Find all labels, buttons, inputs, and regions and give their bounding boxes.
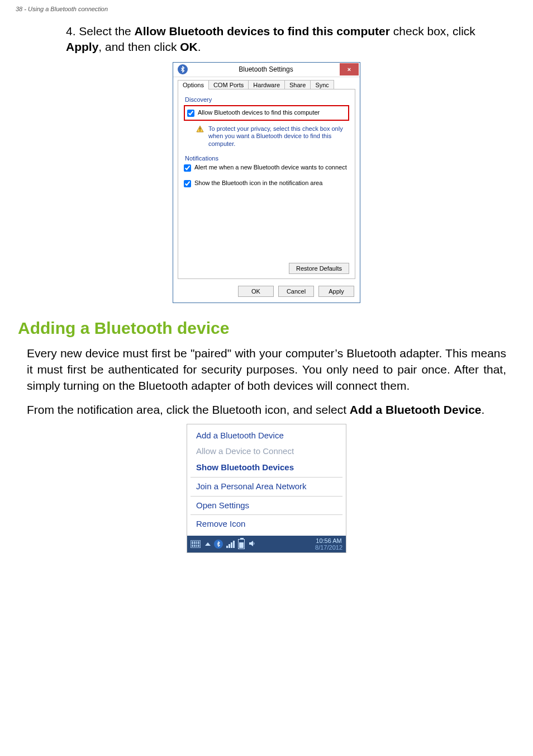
bluetooth-icon bbox=[178, 64, 188, 74]
tray-remove-icon[interactable]: Remove Icon bbox=[187, 516, 346, 532]
allow-find-row[interactable]: Allow Bluetooth devices to find this com… bbox=[187, 109, 346, 117]
section-title: Adding a Bluetooth device bbox=[18, 319, 517, 338]
para2-bold: Add a Bluetooth Device bbox=[350, 403, 482, 416]
alert-connect-checkbox[interactable] bbox=[184, 164, 191, 172]
tray-separator-1 bbox=[191, 477, 342, 478]
allow-find-checkbox[interactable] bbox=[187, 110, 194, 117]
alert-connect-label: Alert me when a new Bluetooth device wan… bbox=[194, 164, 347, 172]
tray-menu: Add a Bluetooth Device Allow a Device to… bbox=[187, 424, 346, 554]
tab-hardware[interactable]: Hardware bbox=[248, 80, 285, 89]
step4-bold1: Allow Bluetooth devices to find this com… bbox=[135, 25, 390, 37]
network-icon[interactable] bbox=[226, 540, 235, 548]
tray-separator-2 bbox=[191, 496, 342, 497]
volume-icon[interactable] bbox=[248, 540, 256, 549]
svg-rect-1 bbox=[199, 130, 200, 131]
tray-show-bt-devices[interactable]: Show Bluetooth Devices bbox=[187, 460, 346, 476]
taskbar: 10:56 AM 8/17/2012 bbox=[187, 536, 346, 552]
step4-bold3: OK bbox=[180, 40, 198, 53]
step4-prefix: 4. Select the bbox=[66, 25, 135, 37]
apply-button[interactable]: Apply bbox=[318, 286, 354, 297]
tab-share[interactable]: Share bbox=[284, 80, 311, 89]
dialog-footer: OK Cancel Apply bbox=[173, 282, 360, 303]
discovery-group-label: Discovery bbox=[185, 96, 349, 103]
restore-defaults-button[interactable]: Restore Defaults bbox=[289, 263, 349, 274]
show-hidden-icons[interactable] bbox=[205, 542, 211, 546]
tray-add-bt-device[interactable]: Add a Bluetooth Device bbox=[187, 428, 346, 444]
dialog-title: Bluetooth Settings bbox=[192, 65, 340, 73]
step4-bold2: Apply bbox=[66, 40, 98, 53]
keyboard-icon[interactable] bbox=[191, 540, 201, 548]
allow-find-label: Allow Bluetooth devices to find this com… bbox=[198, 109, 320, 117]
para2-post: . bbox=[482, 403, 485, 416]
taskbar-clock[interactable]: 10:56 AM 8/17/2012 bbox=[315, 537, 342, 551]
show-icon-row[interactable]: Show the Bluetooth icon in the notificat… bbox=[184, 179, 349, 187]
battery-icon[interactable] bbox=[238, 539, 245, 549]
show-icon-label: Show the Bluetooth icon in the notificat… bbox=[194, 179, 322, 187]
show-icon-checkbox[interactable] bbox=[184, 180, 191, 187]
close-button[interactable]: × bbox=[340, 63, 359, 75]
tray-allow-connect: Allow a Device to Connect bbox=[187, 443, 346, 460]
cancel-button[interactable]: Cancel bbox=[278, 286, 314, 297]
tray-separator-3 bbox=[191, 514, 342, 515]
dialog-tabs: Options COM Ports Hardware Share Sync bbox=[173, 77, 360, 89]
svg-rect-0 bbox=[199, 127, 200, 130]
highlight-box: Allow Bluetooth devices to find this com… bbox=[184, 105, 349, 121]
step4-mid2: , and then click bbox=[98, 40, 180, 53]
tray-bluetooth-icon[interactable] bbox=[214, 540, 223, 549]
tab-com-ports[interactable]: COM Ports bbox=[208, 80, 249, 89]
bluetooth-settings-dialog: Bluetooth Settings × Options COM Ports H… bbox=[173, 62, 360, 303]
step4-text: 4. Select the Allow Bluetooth devices to… bbox=[66, 23, 507, 55]
notifications-group-label: Notifications bbox=[185, 155, 349, 162]
clock-time: 10:56 AM bbox=[315, 537, 342, 544]
clock-date: 8/17/2012 bbox=[315, 544, 342, 551]
dialog-titlebar: Bluetooth Settings × bbox=[173, 63, 360, 77]
alert-connect-row[interactable]: Alert me when a new Bluetooth device wan… bbox=[184, 164, 349, 172]
step4-mid1: check box, click bbox=[390, 25, 475, 37]
tab-options[interactable]: Options bbox=[178, 80, 209, 89]
step4-suffix: . bbox=[198, 40, 201, 53]
tray-open-settings[interactable]: Open Settings bbox=[187, 498, 346, 514]
tab-sync[interactable]: Sync bbox=[310, 80, 334, 89]
paragraph-2: From the notification area, click the Bl… bbox=[27, 402, 506, 418]
dialog-body: Discovery Allow Bluetooth devices to fin… bbox=[178, 89, 355, 279]
privacy-warning: To protect your privacy, select this che… bbox=[196, 125, 349, 148]
page-header: 38 - Using a Bluetooth connection bbox=[16, 6, 517, 12]
para2-pre: From the notification area, click the Bl… bbox=[27, 403, 350, 416]
ok-button[interactable]: OK bbox=[238, 286, 274, 297]
privacy-warning-text: To protect your privacy, select this che… bbox=[208, 125, 349, 148]
tray-join-pan[interactable]: Join a Personal Area Network bbox=[187, 479, 346, 495]
warning-icon bbox=[196, 125, 204, 133]
paragraph-1: Every new device must first be "paired" … bbox=[27, 346, 506, 394]
